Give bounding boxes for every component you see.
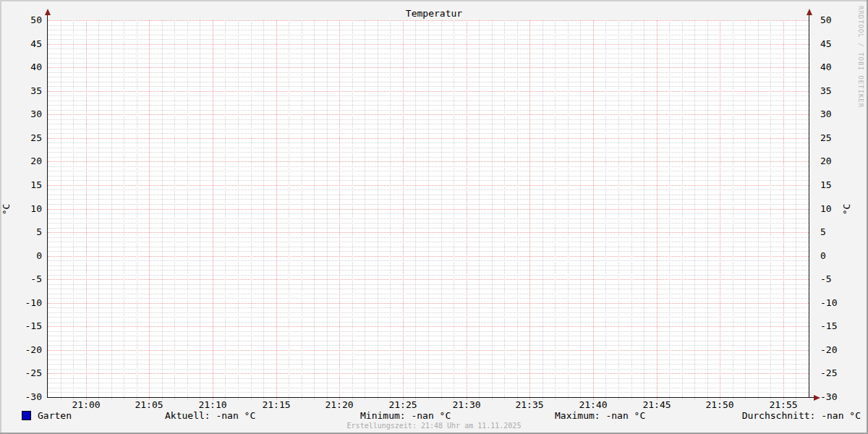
- minor-gridline: [200, 20, 200, 400]
- x-axis-tick-label: 21:15: [253, 400, 299, 410]
- minor-gridline: [644, 20, 644, 400]
- minor-gridline: [415, 20, 416, 400]
- minor-gridline: [605, 20, 606, 400]
- y-axis-left-tick-label: -30: [1, 392, 42, 402]
- stat-minimum: Minimum: -nan °C: [360, 410, 451, 421]
- y-axis-right-tick-label: -25: [820, 368, 864, 378]
- x-axis-tick-label: 21:10: [190, 400, 236, 410]
- chart-title: Temperatur: [0, 8, 868, 19]
- minor-gridline: [631, 20, 632, 400]
- major-gridline: [783, 20, 784, 400]
- y-axis-right-tick-label: -10: [820, 298, 864, 308]
- minor-gridline: [378, 20, 378, 400]
- minor-gridline: [479, 20, 480, 400]
- y-axis-left-tick-label: 5: [1, 227, 42, 237]
- minor-gridline: [174, 20, 175, 400]
- major-gridline: [339, 20, 340, 400]
- stat-aktuell-label: Aktuell:: [165, 410, 210, 421]
- bevel-border-left: [0, 0, 1, 434]
- minor-gridline: [555, 20, 556, 400]
- y-axis-left-tick-label: 35: [1, 86, 42, 96]
- stat-minimum-label: Minimum:: [360, 410, 406, 421]
- minor-gridline: [454, 20, 454, 400]
- major-gridline: [86, 20, 87, 400]
- minor-gridline: [263, 20, 264, 400]
- x-axis-tick-label: 21:05: [126, 400, 172, 410]
- major-gridline: [467, 20, 467, 400]
- minor-gridline: [187, 20, 188, 400]
- y-axis-right-tick-label: -20: [820, 345, 864, 355]
- major-gridline: [149, 20, 150, 400]
- y-axis-left-line: [47, 14, 48, 398]
- y-axis-left-tick-label: 40: [1, 62, 42, 72]
- x-axis-tick-label: 21:25: [380, 400, 426, 410]
- minor-gridline: [568, 20, 569, 400]
- y-axis-right-tick-label: 20: [820, 156, 864, 166]
- minor-gridline: [580, 20, 581, 400]
- y-axis-left-tick-label: 25: [1, 133, 42, 143]
- x-axis-tick-label: 21:20: [316, 400, 362, 410]
- y-axis-left-tick-label: 30: [1, 109, 42, 119]
- minor-gridline: [365, 20, 365, 400]
- minor-gridline: [111, 20, 112, 400]
- y-axis-left-tick-label: -10: [1, 298, 42, 308]
- minor-gridline: [302, 20, 302, 400]
- minor-gridline: [758, 20, 759, 400]
- major-gridline: [720, 20, 720, 400]
- minor-gridline: [504, 20, 505, 400]
- minor-gridline: [694, 20, 695, 400]
- x-axis-tick-label: 21:45: [634, 400, 680, 410]
- stat-durchschnitt-label: Durchschnitt:: [742, 410, 816, 421]
- y-axis-right-unit-label: °C: [841, 204, 852, 216]
- major-gridline: [276, 20, 277, 400]
- y-axis-right-line: [809, 14, 809, 398]
- stat-durchschnitt: Durchschnitt: -nan °C: [742, 410, 861, 421]
- series-color-swatch: [22, 411, 31, 420]
- minor-gridline: [733, 20, 733, 400]
- y-axis-right-tick-label: -15: [820, 321, 864, 331]
- y-axis-left-tick-label: -25: [1, 368, 42, 378]
- x-axis-tick-label: 21:35: [506, 400, 553, 410]
- minor-gridline: [162, 20, 163, 400]
- y-axis-right-tick-label: 5: [820, 227, 864, 237]
- minor-gridline: [428, 20, 429, 400]
- minor-gridline: [352, 20, 353, 400]
- stat-aktuell-value: -nan °C: [216, 410, 255, 421]
- minor-gridline: [238, 20, 239, 400]
- y-axis-left-tick-label: 15: [1, 180, 42, 190]
- minor-gridline: [98, 20, 99, 400]
- y-axis-left-tick-label: -5: [1, 274, 42, 284]
- y-axis-left-tick-label: 20: [1, 156, 42, 166]
- rrdtool-graph: Temperatur 50504545404035353030252520201…: [0, 0, 868, 434]
- minor-gridline: [707, 20, 708, 400]
- minor-gridline: [289, 20, 289, 400]
- minor-gridline: [390, 20, 391, 400]
- minor-gridline: [542, 20, 543, 400]
- y-axis-right-tick-label: -5: [820, 274, 864, 284]
- y-axis-left-unit-label: °C: [1, 204, 12, 216]
- y-axis-right-tick-label: 0: [820, 251, 864, 261]
- minor-gridline: [251, 20, 252, 400]
- minor-gridline: [669, 20, 670, 400]
- rrdtool-watermark: RRDTOOL / TOBI OETIKER: [857, 6, 864, 108]
- legend: Garten Aktuell: -nan °C Minimum: -nan °C…: [0, 410, 868, 421]
- creation-time-text: Erstellungszeit: 21:48 Uhr am 11.11.2025: [0, 422, 868, 430]
- x-axis-tick-label: 21:50: [697, 400, 743, 410]
- minor-gridline: [618, 20, 619, 400]
- x-axis-arrow-icon: [814, 395, 820, 401]
- stat-aktuell: Aktuell: -nan °C: [165, 410, 255, 421]
- minor-gridline: [137, 20, 137, 400]
- y-axis-left-tick-label: -20: [1, 345, 42, 355]
- minor-gridline: [61, 20, 61, 400]
- major-gridline: [213, 20, 213, 400]
- y-axis-right-tick-label: 25: [820, 133, 864, 143]
- minor-gridline: [796, 20, 796, 400]
- bevel-border-top: [0, 0, 868, 1]
- y-axis-left-tick-label: -15: [1, 321, 42, 331]
- y-axis-left-tick-label: 50: [1, 15, 42, 25]
- major-gridline: [593, 20, 594, 400]
- minor-gridline: [73, 20, 74, 400]
- minor-gridline: [517, 20, 518, 400]
- minor-gridline: [327, 20, 328, 400]
- x-axis-tick-label: 21:30: [443, 400, 490, 410]
